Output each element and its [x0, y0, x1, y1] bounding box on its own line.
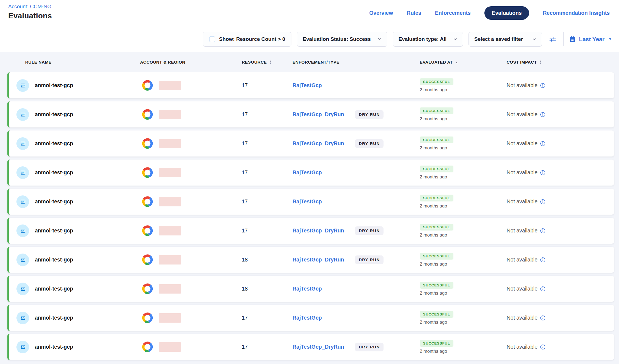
status-badge: SUCCESSFUL	[420, 311, 453, 318]
evaluation-row[interactable]: </> anmol-test-gcp	[7, 160, 614, 186]
resource-count-checkbox[interactable]	[209, 36, 215, 42]
account-region-redacted	[159, 342, 181, 352]
evaluation-row[interactable]: </> anmol-test-gcp	[7, 276, 614, 302]
cost-impact-value: Not available	[507, 344, 538, 350]
resource-count: 17	[242, 198, 248, 205]
gcp-logo-icon	[140, 283, 155, 295]
sort-icon[interactable]: ▲▼	[539, 60, 542, 64]
info-icon[interactable]	[540, 199, 546, 204]
cost-impact-value: Not available	[507, 286, 538, 292]
date-range-value: Last Year	[579, 36, 604, 42]
evaluation-row[interactable]: </> anmol-test-gcp	[7, 247, 614, 273]
enforcement-link[interactable]: RajTestGcp	[293, 315, 322, 321]
cost-impact-value: Not available	[507, 315, 538, 321]
info-icon[interactable]	[540, 170, 546, 175]
rule-icon: </>	[16, 341, 29, 353]
table-body: </> anmol-test-gcp	[7, 72, 614, 360]
info-icon[interactable]	[540, 141, 546, 146]
cost-impact-value: Not available	[507, 140, 538, 147]
evaluation-type-dropdown[interactable]: Evaluation type: All	[393, 32, 463, 47]
nav-tab-evaluations[interactable]: Evaluations	[484, 6, 529, 20]
saved-filter-placeholder: Select a saved filter	[474, 36, 523, 42]
cost-impact-value: Not available	[507, 111, 538, 118]
evaluation-row[interactable]: </> anmol-test-gcp	[7, 72, 614, 98]
info-icon[interactable]	[540, 112, 546, 117]
evaluation-status-dropdown[interactable]: Evaluation Status: Success	[297, 32, 387, 47]
enforcement-link[interactable]: RajTestGcp	[293, 198, 322, 204]
enforcement-link[interactable]: RajTestGcp_DryRun	[293, 111, 344, 117]
account-region-redacted	[159, 284, 181, 294]
rule-icon: </>	[16, 254, 29, 266]
caret-down-icon: ▼	[608, 37, 612, 41]
evaluations-table: RULE NAME ACCOUNT & REGION RESOURCE ▲▼ E…	[0, 52, 619, 364]
enforcement-link[interactable]: RajTestGcp	[293, 169, 322, 175]
svg-text:</>: </>	[21, 346, 25, 348]
rule-icon: </>	[16, 137, 29, 150]
evaluated-time: 2 months ago	[420, 349, 447, 354]
rule-name: anmol-test-gcp	[35, 344, 73, 350]
info-icon[interactable]	[540, 83, 546, 88]
nav-tab-recommendation-insights[interactable]: Recommendation Insights	[543, 10, 610, 16]
enforcement-link[interactable]: RajTestGcp	[293, 82, 322, 88]
evaluation-row[interactable]: </> anmol-test-gcp	[7, 130, 614, 157]
evaluation-row[interactable]: </> anmol-test-gcp	[7, 305, 614, 331]
enforcement-link[interactable]: RajTestGcp_DryRun	[293, 140, 344, 146]
account-region-redacted	[159, 139, 181, 148]
cost-impact-value: Not available	[507, 198, 538, 205]
evaluated-time: 2 months ago	[420, 116, 447, 121]
info-icon[interactable]	[540, 315, 546, 321]
status-badge: SUCCESSFUL	[420, 224, 453, 231]
svg-text:</>: </>	[21, 317, 25, 319]
dry-run-badge: DRY RUN	[355, 255, 384, 264]
cost-impact-value: Not available	[507, 228, 538, 234]
dry-run-badge: DRY RUN	[355, 226, 384, 235]
column-header-evaluated-at: EVALUATED AT ▲	[420, 60, 507, 65]
svg-text:</>: </>	[21, 201, 25, 203]
column-header-account-region: ACCOUNT & REGION	[140, 60, 236, 65]
divider	[563, 32, 564, 46]
resource-count: 17	[242, 344, 248, 350]
nav-tab-overview[interactable]: Overview	[369, 10, 393, 16]
evaluation-row[interactable]: </> anmol-test-gcp	[7, 218, 614, 244]
gcp-logo-icon	[140, 108, 155, 121]
evaluation-row[interactable]: </> anmol-test-gcp	[7, 334, 614, 360]
svg-text:</>: </>	[21, 259, 25, 261]
cost-impact-value: Not available	[507, 82, 538, 89]
rule-icon: </>	[16, 108, 29, 121]
saved-filter-dropdown[interactable]: Select a saved filter	[468, 32, 542, 47]
nav-tab-enforcements[interactable]: Enforcements	[435, 10, 471, 16]
account-region-redacted	[159, 226, 181, 235]
resource-count: 17	[242, 228, 248, 234]
enforcement-link[interactable]: RajTestGcp_DryRun	[293, 344, 344, 350]
account-region-redacted	[159, 168, 181, 177]
svg-text:</>: </>	[21, 84, 25, 87]
status-badge: SUCCESSFUL	[420, 282, 453, 289]
nav-tab-rules[interactable]: Rules	[407, 10, 421, 16]
sort-asc-icon[interactable]: ▲	[455, 61, 458, 64]
svg-text:</>: </>	[21, 288, 25, 290]
evaluation-type-value: Evaluation type: All	[399, 36, 447, 42]
info-icon[interactable]	[540, 228, 546, 234]
svg-text:</>: </>	[21, 230, 25, 232]
date-range-picker[interactable]: Last Year ▼	[569, 36, 612, 42]
resource-count-filter-label: Show: Resource Count > 0	[219, 36, 285, 42]
evaluation-row[interactable]: </> anmol-test-gcp	[7, 101, 614, 127]
account-breadcrumb[interactable]: Account: CCM-NG	[8, 4, 51, 10]
info-icon[interactable]	[540, 257, 546, 263]
chevron-down-icon	[453, 37, 457, 41]
gcp-logo-icon	[140, 137, 155, 150]
evaluation-row[interactable]: </> anmol-test-gcp	[7, 189, 614, 215]
status-badge: SUCCESSFUL	[420, 253, 453, 260]
sort-icon[interactable]: ▲▼	[269, 60, 272, 64]
status-badge: SUCCESSFUL	[420, 136, 453, 143]
info-icon[interactable]	[540, 286, 546, 292]
resource-count-filter[interactable]: Show: Resource Count > 0	[203, 32, 291, 47]
top-nav: Overview Rules Enforcements Evaluations …	[369, 0, 610, 26]
info-icon[interactable]	[540, 344, 546, 350]
rule-icon: </>	[16, 312, 29, 324]
filter-settings-button[interactable]	[547, 34, 558, 44]
enforcement-link[interactable]: RajTestGcp_DryRun	[293, 257, 344, 263]
enforcement-link[interactable]: RajTestGcp	[293, 286, 322, 292]
resource-count: 17	[242, 82, 248, 89]
enforcement-link[interactable]: RajTestGcp_DryRun	[293, 228, 344, 234]
